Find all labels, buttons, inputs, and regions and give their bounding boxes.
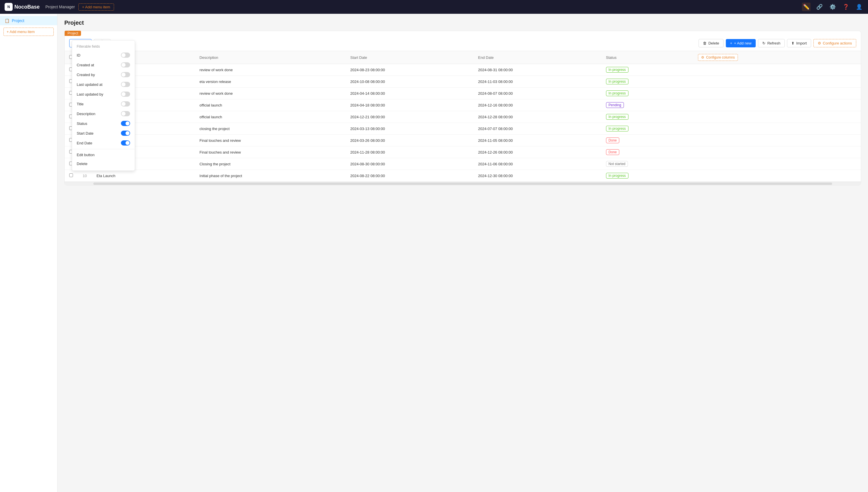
project-label: Project xyxy=(65,31,81,36)
status-badge: In progress xyxy=(606,126,629,131)
navbar-icons: ✏️ 🔗 ⚙️ ❓ 👤 xyxy=(802,3,863,11)
end-date-header: End Date xyxy=(474,51,602,64)
filter-field-label: End Date xyxy=(77,141,92,145)
edit-icon-button[interactable]: ✏️ xyxy=(802,3,811,11)
row-description: Closing the project xyxy=(195,158,346,170)
delete-button[interactable]: 🗑 Delete xyxy=(699,39,724,47)
filter-field-item[interactable]: Status xyxy=(72,119,135,128)
refresh-icon: ↻ xyxy=(762,41,766,45)
row-description: Final touches and review xyxy=(195,146,346,158)
row-end-date: 2024-12-28 08:00:00 xyxy=(474,111,602,123)
row-start-date: 2024-12-21 08:00:00 xyxy=(346,111,474,123)
configure-columns-cell: ⚙ Configure columns xyxy=(694,51,861,64)
help-icon-button[interactable]: ❓ xyxy=(842,3,850,11)
row-end-date: 2024-11-05 08:00:00 xyxy=(474,134,602,146)
filter-field-item[interactable]: Created at xyxy=(72,60,135,70)
filter-field-item[interactable]: Start Date xyxy=(72,128,135,138)
row-status: Done xyxy=(602,146,694,158)
filter-field-label: Created at xyxy=(77,63,94,67)
row-extra xyxy=(694,146,861,158)
filter-field-toggle[interactable] xyxy=(121,140,130,146)
row-checkbox[interactable] xyxy=(69,173,73,177)
filter-field-toggle[interactable] xyxy=(121,52,130,58)
row-start-date: 2024-04-14 08:00:00 xyxy=(346,88,474,99)
logo-icon: N xyxy=(5,3,13,11)
settings-icon-button[interactable]: ⚙️ xyxy=(828,3,837,11)
row-end-date: 2024-08-31 08:00:00 xyxy=(474,64,602,76)
filter-field-item[interactable]: Title xyxy=(72,99,135,109)
configure-columns-button[interactable]: ⚙ Configure columns xyxy=(698,54,738,61)
table-row: 9 Iota Finalization Closing the project … xyxy=(65,158,861,170)
filter-field-toggle[interactable] xyxy=(121,101,130,106)
row-extra xyxy=(694,111,861,123)
row-start-date: 2024-08-23 08:00:00 xyxy=(346,64,474,76)
filter-field-toggle[interactable] xyxy=(121,121,130,126)
table-row: 7 Delta Phase Final touches and review 2… xyxy=(65,134,861,146)
page-title: Project xyxy=(64,20,861,26)
sidebar-item-project[interactable]: 📋 Project xyxy=(0,16,57,25)
configure-actions-label: Configure actions xyxy=(823,41,852,45)
filter-field-toggle[interactable] xyxy=(121,92,130,97)
row-status: In progress xyxy=(602,170,694,182)
main-content: Project Project ▼ Filter ⊞ ≡ 🗑 xyxy=(57,14,868,492)
link-icon-button[interactable]: 🔗 xyxy=(815,3,824,11)
filter-field-toggle[interactable] xyxy=(121,72,130,77)
filter-field-item[interactable]: Last updated by xyxy=(72,89,135,99)
status-badge: Done xyxy=(606,138,619,143)
add-new-label: + Add new xyxy=(734,41,751,45)
table-scrollbar[interactable] xyxy=(65,182,861,185)
table-row: 10 Eta Launch Initial phase of the proje… xyxy=(65,170,861,182)
sidebar: 📋 Project + Add menu item xyxy=(0,14,57,492)
row-extra xyxy=(694,170,861,182)
table-row: 5 official launch 2024-12-21 08:00:00 20… xyxy=(65,111,861,123)
row-start-date: 2024-08-30 08:00:00 xyxy=(346,158,474,170)
row-description: official launch xyxy=(195,99,346,111)
row-status: In progress xyxy=(602,88,694,99)
status-badge: In progress xyxy=(606,91,629,96)
status-badge: In progress xyxy=(606,114,629,120)
user-icon-button[interactable]: 👤 xyxy=(855,3,863,11)
row-num: 10 xyxy=(77,170,92,182)
row-end-date: 2024-12-26 08:00:00 xyxy=(474,146,602,158)
import-button[interactable]: ⬆ Import xyxy=(787,39,811,47)
filter-field-item[interactable]: Description xyxy=(72,109,135,119)
filter-action-item[interactable]: Edit button xyxy=(72,150,135,159)
filter-field-toggle[interactable] xyxy=(121,131,130,136)
row-start-date: 2024-03-26 08:00:00 xyxy=(346,134,474,146)
logo: N NocoBase xyxy=(5,3,40,11)
add-new-button[interactable]: + + Add new xyxy=(726,39,756,47)
configure-actions-button[interactable]: ⚙ Configure actions xyxy=(814,39,856,47)
filter-field-label: Created by xyxy=(77,73,95,77)
refresh-button[interactable]: ↻ Refresh xyxy=(758,39,785,47)
row-description: closing the project xyxy=(195,123,346,134)
filter-field-item[interactable]: Last updated at xyxy=(72,79,135,89)
table-row: 4 official launch 2024-04-18 08:00:00 20… xyxy=(65,99,861,111)
row-end-date: 2024-11-06 08:00:00 xyxy=(474,158,602,170)
filter-field-toggle[interactable] xyxy=(121,111,130,116)
filter-field-item[interactable]: ID xyxy=(72,50,135,60)
status-badge: In progress xyxy=(606,79,629,84)
navbar: N NocoBase Project Manager + Add menu it… xyxy=(0,0,868,14)
filter-field-toggle[interactable] xyxy=(121,82,130,87)
row-title: Eta Launch xyxy=(92,170,195,182)
row-description: Initial phase of the project xyxy=(195,170,346,182)
filter-field-toggle[interactable] xyxy=(121,62,130,68)
row-extra xyxy=(694,134,861,146)
filter-dropdown: Filterable fields ID Created at Created … xyxy=(72,40,135,171)
sidebar-add-menu-button[interactable]: + Add menu item xyxy=(3,28,54,36)
start-date-header: Start Date xyxy=(346,51,474,64)
row-status: In progress xyxy=(602,111,694,123)
filter-field-item[interactable]: End Date xyxy=(72,138,135,148)
row-checkbox-cell xyxy=(65,170,77,182)
filter-field-item[interactable]: Created by xyxy=(72,70,135,79)
filter-action-item[interactable]: Delete xyxy=(72,159,135,168)
navbar-add-menu-button[interactable]: + Add menu item xyxy=(78,3,114,10)
status-badge: Pending xyxy=(606,102,624,108)
table-header-row: Title Description Start Date End Date St… xyxy=(65,51,861,64)
row-end-date: 2024-11-03 08:00:00 xyxy=(474,76,602,88)
row-description: eta version release xyxy=(195,76,346,88)
status-badge: Done xyxy=(606,149,619,155)
row-description: Final touches and review xyxy=(195,134,346,146)
table-row: 2 eta version release 2024-10-08 08:00:0… xyxy=(65,76,861,88)
row-extra xyxy=(694,64,861,76)
